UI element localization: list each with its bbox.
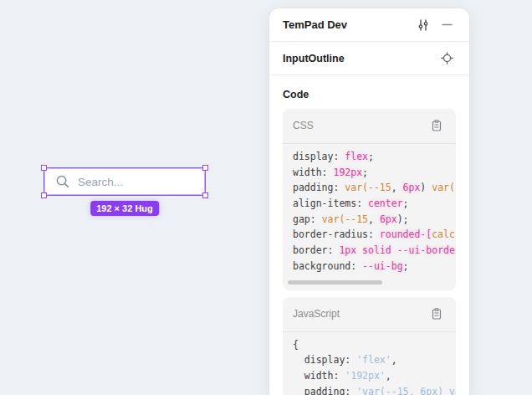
javascript-code: { display: 'flex', width: '192px', paddi… [283,332,456,395]
javascript-block-header: JavaScript [283,297,456,332]
crosshair-target-icon[interactable] [437,49,456,68]
size-badge: 192 × 32 Hug [90,201,159,216]
sliders-icon[interactable] [414,16,432,34]
css-block-header: CSS [283,109,456,144]
css-code-block: CSS display: flex;width: 192px;padding: … [283,109,456,290]
clipboard-copy-icon[interactable] [427,305,446,323]
horizontal-scrollbar-thumb[interactable] [288,280,382,285]
javascript-block-title: JavaScript [293,308,427,320]
component-name: InputOutline [283,53,437,64]
css-block-title: CSS [293,120,427,131]
code-section-title: Code [283,89,456,100]
javascript-code-block: JavaScript { display: 'flex', width: '19… [283,297,456,395]
magnifier-search-icon [55,174,70,189]
search-input-component[interactable]: Search... [44,168,205,195]
minimize-icon[interactable] [437,16,456,34]
selected-component-row: InputOutline [269,42,469,75]
panel-title: TemPad Dev [283,18,414,31]
panel-header: TemPad Dev [269,8,469,42]
css-code: display: flex;width: 192px;padding: var(… [283,144,456,276]
tempad-dev-panel: TemPad Dev InputOutline Code [269,8,469,395]
clipboard-copy-icon[interactable] [427,116,446,135]
search-placeholder-text: Search... [78,176,123,188]
panel-content: Code CSS display: flex;width: 192px;padd… [269,89,469,395]
